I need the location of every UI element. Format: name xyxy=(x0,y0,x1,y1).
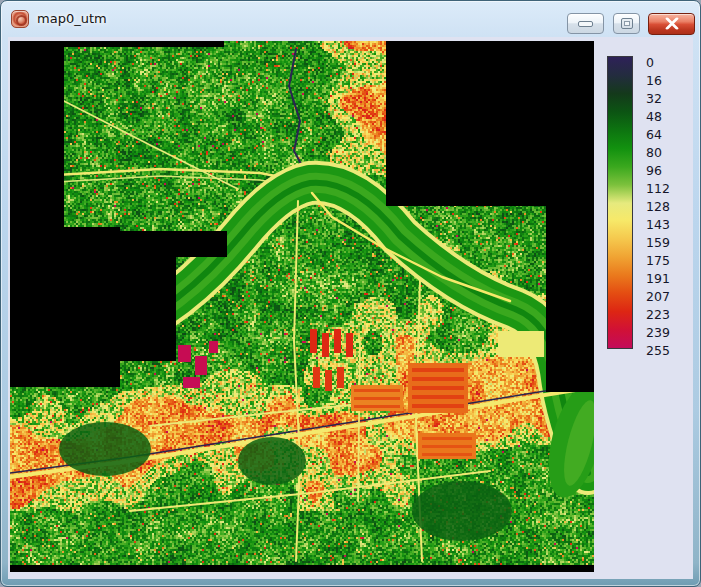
legend-tick-label: 128 xyxy=(646,199,688,215)
legend-tick-label: 48 xyxy=(646,109,688,125)
maximize-button[interactable] xyxy=(613,13,640,34)
legend-tick-label: 239 xyxy=(646,325,688,341)
minimize-button[interactable] xyxy=(567,13,604,34)
map-canvas[interactable] xyxy=(10,41,594,572)
close-icon xyxy=(664,15,680,34)
titlebar[interactable]: map0_utm xyxy=(1,1,700,37)
legend-tick-label: 191 xyxy=(646,271,688,287)
window-title: map0_utm xyxy=(37,1,107,37)
legend-tick-label: 16 xyxy=(646,73,688,89)
legend-tick-label: 64 xyxy=(646,127,688,143)
map-client-area: 0163248648096112128143159175191207223239… xyxy=(8,37,693,579)
legend-tick-label: 143 xyxy=(646,217,688,233)
legend-tick-label: 0 xyxy=(646,55,688,71)
legend-tick-label: 255 xyxy=(646,343,688,359)
legend-tick-label: 223 xyxy=(646,307,688,323)
legend-tick-label: 32 xyxy=(646,91,688,107)
legend-tick-label: 159 xyxy=(646,235,688,251)
app-icon xyxy=(11,10,29,28)
legend-tick-label: 175 xyxy=(646,253,688,269)
minimize-icon xyxy=(578,21,593,27)
legend-tick-label: 112 xyxy=(646,181,688,197)
legend-tick-label: 207 xyxy=(646,289,688,305)
app-window: map0_utm 0163248648096112128143159175191… xyxy=(0,0,701,587)
maximize-icon xyxy=(621,18,633,29)
legend-tick-label: 96 xyxy=(646,163,688,179)
legend-colorbar xyxy=(607,56,633,349)
close-button[interactable] xyxy=(648,13,695,35)
legend-tick-label: 80 xyxy=(646,145,688,161)
